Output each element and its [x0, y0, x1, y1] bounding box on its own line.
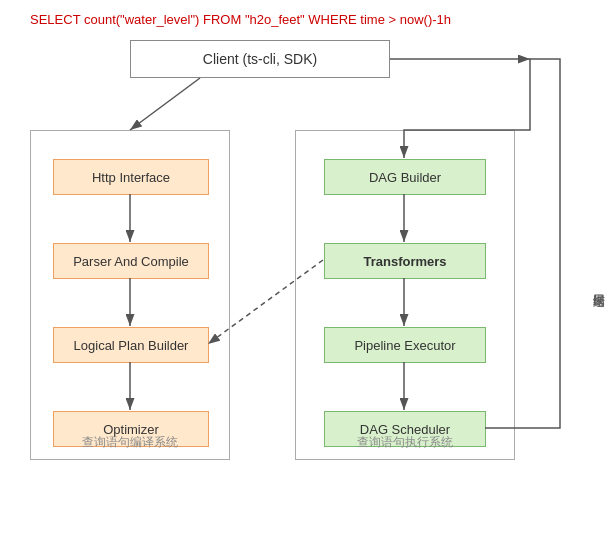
diagram-container: SELECT count("water_level") FROM "h2o_fe…	[0, 0, 615, 560]
transformers-box: Transformers	[324, 243, 486, 279]
parser-compile-box: Parser And Compile	[53, 243, 209, 279]
pipeline-label: Pipeline Executor	[354, 338, 455, 353]
right-system-label: 查询语句执行系统	[296, 434, 514, 451]
right-system-box: DAG Builder Transformers Pipeline Execut…	[295, 130, 515, 460]
left-system-box: Http Interface Parser And Compile Logica…	[30, 130, 230, 460]
sql-text: SELECT count("water_level") FROM "h2o_fe…	[30, 12, 451, 27]
pipeline-executor-box: Pipeline Executor	[324, 327, 486, 363]
http-label: Http Interface	[92, 170, 170, 185]
transformers-label: Transformers	[363, 254, 446, 269]
logical-label: Logical Plan Builder	[74, 338, 189, 353]
dag-builder-label: DAG Builder	[369, 170, 441, 185]
sql-query: SELECT count("water_level") FROM "h2o_fe…	[30, 12, 451, 27]
http-interface-box: Http Interface	[53, 159, 209, 195]
svg-line-2	[130, 78, 200, 130]
client-box: Client (ts-cli, SDK)	[130, 40, 390, 78]
client-label: Client (ts-cli, SDK)	[203, 51, 317, 67]
parser-label: Parser And Compile	[73, 254, 189, 269]
left-system-label: 查询语句编译系统	[31, 434, 229, 451]
logical-plan-box: Logical Plan Builder	[53, 327, 209, 363]
dag-builder-box: DAG Builder	[324, 159, 486, 195]
